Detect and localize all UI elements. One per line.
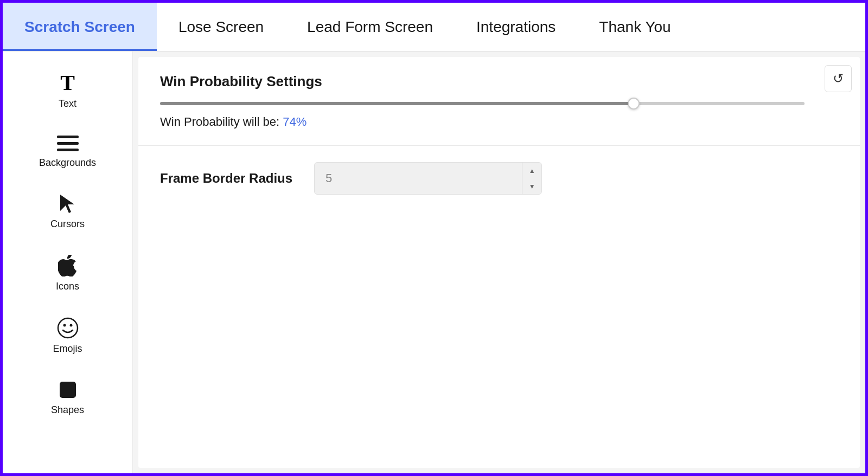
main-content: T Text Backgrounds xyxy=(3,52,865,473)
win-probability-section: Win Probability Settings Win Probability… xyxy=(138,57,860,146)
probability-display: Win Probability will be: 74% xyxy=(160,115,838,129)
backgrounds-icon xyxy=(57,134,79,153)
apple-icon xyxy=(58,255,78,276)
sidebar-shapes-label: Shapes xyxy=(51,404,84,416)
probability-slider-container xyxy=(160,102,838,105)
svg-rect-6 xyxy=(60,382,76,398)
frame-border-radius-label: Frame Border Radius xyxy=(160,171,292,186)
sidebar-item-icons[interactable]: Icons xyxy=(3,245,132,302)
border-radius-spinner xyxy=(314,162,542,195)
spinner-down-button[interactable] xyxy=(522,178,541,194)
settings-panel: ↺ Win Probability Settings Win Probabili… xyxy=(138,57,860,468)
cursor-icon xyxy=(58,194,78,214)
tab-bar: Scratch Screen Lose Screen Lead Form Scr… xyxy=(3,3,865,52)
tab-scratch-label: Scratch Screen xyxy=(24,18,135,36)
reset-button[interactable]: ↺ xyxy=(825,65,852,92)
sidebar-item-emojis[interactable]: Emojis xyxy=(3,307,132,364)
sidebar: T Text Backgrounds xyxy=(3,52,133,473)
svg-point-4 xyxy=(63,324,66,327)
border-radius-input[interactable] xyxy=(315,171,522,185)
emoji-icon xyxy=(57,317,79,339)
frame-border-radius-section: Frame Border Radius xyxy=(138,146,860,211)
sidebar-icons-label: Icons xyxy=(56,281,79,292)
sidebar-text-label: Text xyxy=(59,98,76,110)
reset-icon: ↺ xyxy=(833,71,844,86)
shapes-icon xyxy=(58,379,78,400)
win-probability-title: Win Probability Settings xyxy=(160,73,838,90)
svg-rect-2 xyxy=(57,149,79,151)
svg-point-3 xyxy=(58,318,78,338)
text-icon: T xyxy=(60,72,75,94)
svg-rect-0 xyxy=(57,136,79,138)
sidebar-item-text[interactable]: T Text xyxy=(3,62,132,119)
sidebar-emojis-label: Emojis xyxy=(53,343,82,355)
sidebar-cursors-label: Cursors xyxy=(50,218,85,230)
tab-integrations-label: Integrations xyxy=(476,18,556,36)
spinner-arrows xyxy=(522,163,541,194)
tab-scratch[interactable]: Scratch Screen xyxy=(3,3,157,51)
sidebar-item-cursors[interactable]: Cursors xyxy=(3,184,132,240)
tab-thankyou[interactable]: Thank You xyxy=(577,3,692,51)
tab-lead-label: Lead Form Screen xyxy=(307,18,433,36)
sidebar-item-shapes[interactable]: Shapes xyxy=(3,370,132,426)
probability-slider[interactable] xyxy=(160,102,805,105)
probability-label: Win Probability will be: xyxy=(160,115,279,128)
tab-lose[interactable]: Lose Screen xyxy=(157,3,285,51)
svg-point-5 xyxy=(69,324,72,327)
tab-lose-label: Lose Screen xyxy=(178,18,264,36)
tab-integrations[interactable]: Integrations xyxy=(455,3,577,51)
svg-rect-1 xyxy=(57,142,79,145)
tab-lead[interactable]: Lead Form Screen xyxy=(285,3,455,51)
sidebar-backgrounds-label: Backgrounds xyxy=(39,157,96,169)
spinner-up-button[interactable] xyxy=(522,163,541,178)
tab-thankyou-label: Thank You xyxy=(599,18,671,36)
probability-value: 74% xyxy=(283,115,307,128)
sidebar-item-backgrounds[interactable]: Backgrounds xyxy=(3,125,132,178)
